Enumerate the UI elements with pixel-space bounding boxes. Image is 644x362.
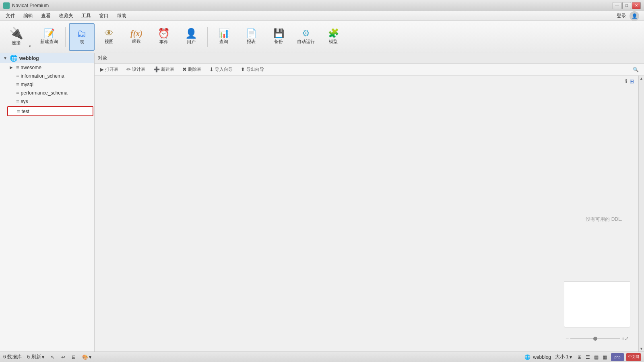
tile-view-button[interactable]: ▦: [601, 354, 609, 360]
zoom-plus-button[interactable]: +: [621, 335, 625, 342]
import-button[interactable]: ⬇ 导入向导: [206, 65, 236, 74]
connect-label: 连接: [12, 40, 21, 46]
connect-button[interactable]: 🔌 连接: [3, 23, 29, 51]
db-icon-information: ≡: [16, 73, 19, 79]
palette-button[interactable]: 🎨 ▾: [80, 354, 93, 360]
new-query-icon: 📝: [44, 29, 55, 38]
size-control[interactable]: 大小 1 ▾: [553, 353, 574, 361]
label-performance: performance_schema: [21, 90, 68, 96]
design-table-button[interactable]: ✏ 设计表: [123, 65, 149, 74]
db-icon-sys: ≡: [16, 98, 19, 104]
object-tab[interactable]: 对象: [95, 53, 644, 64]
connect-icon: 🔌: [9, 28, 23, 39]
grid-icon[interactable]: ⊞: [630, 78, 634, 84]
db-icon-performance: ≡: [16, 90, 19, 96]
size-dropdown-icon: ▾: [570, 354, 572, 360]
php-icon[interactable]: php: [611, 353, 624, 361]
new-query-button[interactable]: 📝 新建查询: [36, 23, 62, 51]
bottom-bar: 6 数据库 ↻ 刷新 ▾ ↖ ↩ ⊟ 🎨 ▾ 🌐 webblog 大小 1 ▾: [0, 352, 644, 362]
menu-tools[interactable]: 工具: [77, 12, 95, 20]
info-icon[interactable]: ℹ: [625, 78, 627, 84]
list-view-button[interactable]: ☰: [584, 354, 592, 360]
title-bar: Navicat Premium — □ ✕: [0, 0, 644, 11]
sidebar-item-awesome[interactable]: ▶ ≡ awesome: [0, 63, 94, 72]
new-table-button[interactable]: ➕ 新建表: [150, 65, 178, 74]
import-label: 导入向导: [215, 66, 233, 72]
new-query-label: 新建查询: [40, 39, 58, 45]
query-button[interactable]: 📊 查询: [211, 23, 237, 51]
app-icon: [3, 2, 10, 9]
autorun-label: 自动运行: [297, 39, 315, 45]
view-button[interactable]: 👁 视图: [96, 23, 122, 51]
zoom-slider[interactable]: [570, 338, 620, 339]
palette-dropdown: ▾: [89, 354, 91, 360]
connect-group: 🔌 连接 ▾: [3, 23, 35, 51]
func-button[interactable]: f(x) 函数: [124, 23, 149, 51]
sidebar-item-information-schema[interactable]: ≡ information_schema: [0, 72, 94, 80]
canvas-top-right: ℹ ⊞: [625, 78, 634, 84]
object-tab-label: 对象: [98, 55, 107, 62]
user-label: 用户: [187, 39, 196, 45]
menu-edit[interactable]: 编辑: [19, 12, 37, 20]
connection-indicator: 🌐: [524, 354, 530, 360]
model-button[interactable]: 🧩 模型: [320, 23, 346, 51]
table-button[interactable]: 🗂 表: [69, 23, 95, 51]
sidebar-item-sys[interactable]: ≡ sys: [0, 97, 94, 105]
report-label: 报表: [247, 39, 256, 45]
maximize-button[interactable]: □: [622, 2, 631, 9]
export-button[interactable]: ⬆ 导出向导: [237, 65, 268, 74]
export-icon: ⬆: [241, 66, 245, 72]
minimize-button[interactable]: —: [613, 2, 621, 9]
export-label: 导出向导: [246, 66, 264, 72]
event-button[interactable]: ⏰ 事件: [151, 23, 177, 51]
sidebar-item-mysql[interactable]: ≡ mysql: [0, 80, 94, 88]
undo-icon: ↩: [61, 354, 65, 360]
grid-view-button[interactable]: ⊞: [576, 354, 583, 360]
model-label: 模型: [329, 39, 338, 45]
connection-label: webblog: [19, 56, 39, 61]
canvas-wrapper: ℹ ⊞ 没有可用的 DDL. − + ⤢ ▲: [95, 76, 644, 352]
db-icon-awesome: ≡: [16, 64, 19, 70]
menu-file[interactable]: 文件: [2, 12, 19, 20]
minus-button[interactable]: ⊟: [70, 354, 77, 360]
open-table-icon: ▶: [100, 66, 104, 72]
delete-table-icon: ✖: [182, 66, 187, 72]
zoom-minus-button[interactable]: −: [566, 335, 569, 342]
sidebar-item-test[interactable]: ≡ test: [7, 106, 93, 116]
scroll-down-button[interactable]: ▼: [639, 346, 644, 352]
cursor-icon: ↖: [51, 354, 55, 360]
close-button[interactable]: ✕: [632, 2, 641, 9]
db-count-label: 6 数据库: [3, 354, 22, 360]
report-button[interactable]: 📄 报表: [238, 23, 264, 51]
cn-icon[interactable]: 中文网: [626, 353, 641, 361]
connection-root[interactable]: ▼ 🌐 webblog: [0, 53, 94, 63]
sidebar-item-performance-schema[interactable]: ≡ performance_schema: [0, 88, 94, 97]
new-table-label: 新建表: [161, 66, 174, 72]
menu-view[interactable]: 查看: [37, 12, 55, 20]
user-avatar[interactable]: 👤: [630, 11, 639, 21]
refresh-label: 刷新: [31, 354, 41, 360]
zoom-expand-button[interactable]: ⤢: [625, 336, 629, 341]
connect-dropdown[interactable]: ▾: [29, 23, 35, 51]
scroll-up-button[interactable]: ▲: [639, 76, 644, 81]
undo-button[interactable]: ↩: [60, 354, 67, 360]
login-label[interactable]: 登录: [617, 12, 626, 19]
refresh-button[interactable]: ↻ 刷新 ▾: [25, 353, 46, 361]
label-test: test: [22, 109, 29, 114]
window-controls: — □ ✕: [613, 2, 641, 9]
zoom-controls: − + ⤢: [564, 334, 630, 343]
search-button[interactable]: 🔍: [631, 65, 640, 74]
cursor-button[interactable]: ↖: [49, 354, 56, 360]
open-table-button[interactable]: ▶ 打开表: [96, 65, 122, 74]
detail-view-button[interactable]: ▤: [592, 354, 600, 360]
label-mysql: mysql: [21, 82, 33, 87]
menu-help[interactable]: 帮助: [113, 12, 130, 20]
toolbar-sep-1: [65, 27, 66, 47]
backup-button[interactable]: 💾 备份: [266, 23, 291, 51]
delete-table-button[interactable]: ✖ 删除表: [179, 65, 205, 74]
table-label: 表: [80, 39, 84, 45]
user-button[interactable]: 👤 用户: [178, 23, 204, 51]
menu-window[interactable]: 窗口: [95, 12, 113, 20]
menu-favorites[interactable]: 收藏夹: [55, 12, 77, 20]
autorun-button[interactable]: ⚙ 自动运行: [293, 23, 319, 51]
